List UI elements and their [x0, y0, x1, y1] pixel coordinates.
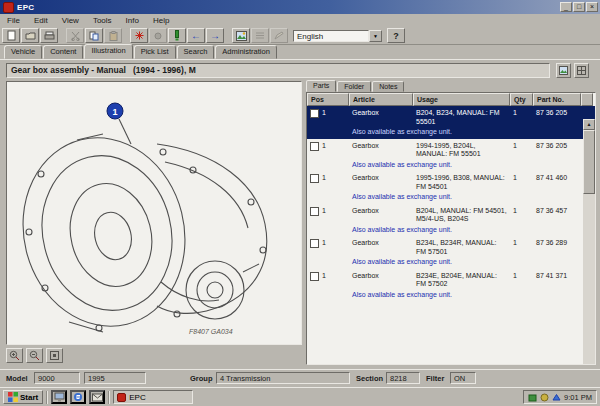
column-header-pos[interactable]: Pos [307, 93, 349, 106]
menu-tools[interactable]: Tools [86, 15, 119, 26]
vertical-scrollbar[interactable]: ▲ ▼ [583, 119, 595, 364]
page-title: Gear box assembly - Manual (1994 - 1996)… [6, 63, 550, 78]
menu-edit[interactable]: Edit [27, 15, 55, 26]
table-row[interactable]: 1GearboxB234E, B204E, MANUAL: FM 5750218… [307, 269, 595, 302]
paste-button[interactable] [104, 28, 122, 43]
exchange-note: Also available as exchange unit. [349, 191, 581, 202]
mark-part-button[interactable] [130, 28, 148, 43]
drawing-caption: F8407 GA034 [189, 328, 233, 335]
pos-value: 1 [322, 109, 326, 118]
scroll-up-button[interactable]: ▲ [583, 119, 595, 130]
row-checkbox[interactable] [310, 207, 319, 216]
new-document-button[interactable] [2, 28, 20, 43]
list-view-button[interactable] [251, 28, 269, 43]
pos-cell: 1 [307, 239, 349, 256]
illustration-canvas[interactable]: 1 F8407 GA034 [6, 81, 302, 345]
row-checkbox[interactable] [310, 272, 319, 281]
language-combo[interactable]: English ▼ [293, 30, 382, 42]
close-icon: × [590, 3, 594, 10]
usage-cell: B204L, MANUAL: FM 54501, M5/4-US, B204S [413, 207, 510, 224]
help-button[interactable]: ? [387, 28, 405, 43]
table-row[interactable]: 1GearboxB204, B234, MANUAL: FM 55501187 … [307, 106, 595, 139]
row-checkbox[interactable] [310, 174, 319, 183]
menu-view[interactable]: View [55, 15, 86, 26]
image-icon [236, 31, 247, 41]
minimize-button[interactable]: _ [560, 2, 572, 12]
notes-view-button[interactable] [270, 28, 288, 43]
back-button[interactable]: ← [187, 28, 205, 43]
expand-view-button[interactable] [574, 63, 589, 78]
parts-tab-folder[interactable]: Folder [337, 81, 371, 92]
table-row[interactable]: 1Gearbox1994-1995, B204L, MANUAL: FM 555… [307, 139, 595, 172]
chevron-down-icon: ▼ [373, 33, 378, 39]
row-checkbox[interactable] [310, 109, 319, 118]
quicklaunch-desktop-button[interactable] [51, 390, 67, 404]
tab-vehicle[interactable]: Vehicle [4, 45, 42, 59]
model-value: 9000 [34, 372, 80, 384]
part-no-cell: 87 36 205 [533, 142, 581, 159]
copy-button[interactable] [85, 28, 103, 43]
exchange-note: Also available as exchange unit. [349, 289, 581, 300]
row-checkbox[interactable] [310, 239, 319, 248]
column-header-article[interactable]: Article [349, 93, 413, 106]
pos-cell: 1 [307, 142, 349, 159]
tab-administration[interactable]: Administration [215, 45, 277, 59]
section-label: Section [356, 374, 383, 383]
tray-icon-3[interactable] [552, 393, 561, 402]
illustration-view-button[interactable] [232, 28, 250, 43]
menu-info[interactable]: Info [119, 15, 146, 26]
open-button[interactable] [21, 28, 39, 43]
exchange-note: Also available as exchange unit. [349, 159, 581, 170]
cut-button[interactable] [66, 28, 84, 43]
mail-icon [92, 393, 103, 402]
clock: 9:01 PM [564, 393, 592, 402]
epc-task-icon [117, 393, 126, 402]
print-button[interactable] [40, 28, 58, 43]
parts-tab-notes[interactable]: Notes [372, 81, 404, 92]
actual-size-button[interactable] [46, 348, 63, 363]
thumbnail-button[interactable] [556, 63, 571, 78]
zoom-out-button[interactable] [26, 348, 43, 363]
taskbar-epc-button[interactable]: EPC [113, 390, 193, 404]
tray-icon-2[interactable] [540, 393, 549, 402]
language-dropdown-button[interactable]: ▼ [369, 30, 382, 42]
forward-button[interactable]: → [206, 28, 224, 43]
printer-icon [44, 31, 55, 41]
tab-content[interactable]: Content [43, 45, 83, 59]
pencil-icon [274, 31, 284, 40]
tray-icon-1[interactable] [528, 393, 537, 402]
pin-button[interactable] [149, 28, 167, 43]
table-row[interactable]: 1GearboxB234L, B234R, MANUAL: FM 5750118… [307, 236, 595, 269]
column-header-usage[interactable]: Usage [413, 93, 510, 106]
info-flag-button[interactable] [168, 28, 186, 43]
scrollbar-thumb[interactable] [583, 130, 595, 194]
column-header-partno[interactable]: Part No. [533, 93, 581, 106]
section-value: 8218 [386, 372, 420, 384]
minimize-icon: _ [564, 3, 568, 10]
tab-illustration[interactable]: Illustration [84, 44, 132, 59]
qty-cell: 1 [510, 272, 533, 289]
tab-pick-list[interactable]: Pick List [134, 45, 176, 59]
table-row[interactable]: 1Gearbox1995-1996, B308, MANUAL: FM 5450… [307, 171, 595, 204]
tab-search[interactable]: Search [177, 45, 215, 59]
row-checkbox[interactable] [310, 142, 319, 151]
table-row[interactable]: 1GearboxB204L, MANUAL: FM 54501, M5/4-US… [307, 204, 595, 237]
clipboard-icon [109, 31, 118, 41]
toolbar: ← → English ▼ ? [0, 27, 600, 45]
column-header-qty[interactable]: Qty [510, 93, 533, 106]
menu-help[interactable]: Help [146, 15, 176, 26]
maximize-button[interactable]: □ [573, 2, 585, 12]
parts-tab-strip: PartsFolderNotes [306, 79, 405, 92]
start-button[interactable]: Start [3, 390, 43, 404]
zoom-in-button[interactable] [6, 348, 23, 363]
close-button[interactable]: × [586, 2, 598, 12]
quicklaunch-mail-button[interactable] [89, 390, 105, 404]
taskbar-divider [108, 391, 110, 404]
menu-file[interactable]: File [0, 15, 27, 26]
part-no-cell: 87 36 457 [533, 207, 581, 224]
pos-value: 1 [322, 142, 326, 151]
language-value: English [293, 30, 369, 42]
article-cell: Gearbox [349, 239, 413, 256]
parts-tab-parts[interactable]: Parts [306, 80, 336, 92]
quicklaunch-browser-button[interactable] [70, 390, 86, 404]
